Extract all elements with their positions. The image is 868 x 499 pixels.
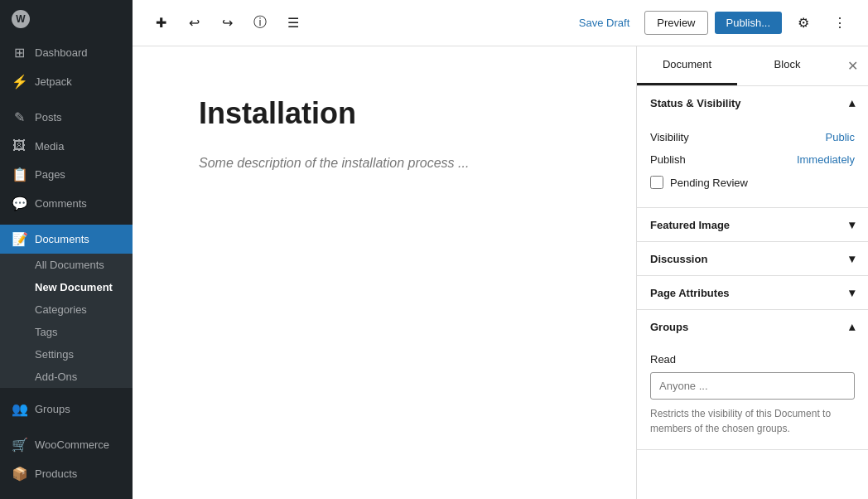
more-options-button[interactable]: ⋮: [825, 8, 855, 38]
sidebar-item-posts[interactable]: ✎ Posts: [0, 103, 133, 132]
sidebar-item-label: Pages: [35, 168, 65, 181]
info-icon: ⓘ: [253, 14, 267, 31]
pending-review-label: Pending Review: [670, 177, 748, 189]
panel-close-button[interactable]: ✕: [837, 46, 868, 85]
groups-label: Groups: [650, 321, 688, 333]
sidebar-item-pages[interactable]: 📋 Pages: [0, 160, 133, 189]
sidebar-item-comments[interactable]: 💬 Comments: [0, 189, 133, 218]
toolbar-right: Save Draft Preview Publish... ⚙ ⋮: [571, 8, 855, 38]
submenu-add-ons[interactable]: Add-Ons: [0, 366, 133, 388]
groups-header[interactable]: Groups: [637, 310, 868, 343]
read-label: Read: [650, 353, 855, 366]
toolbar: ✚ ↩ ↪ ⓘ ☰ Save Draft Preview Publish... …: [133, 0, 868, 46]
submenu-new-document[interactable]: New Document: [0, 276, 133, 298]
list-view-button[interactable]: ☰: [278, 8, 308, 38]
main-area: ✚ ↩ ↪ ⓘ ☰ Save Draft Preview Publish... …: [133, 0, 868, 499]
panel-tabs: Document Block ✕: [637, 46, 868, 86]
status-visibility-header[interactable]: Status & Visibility: [637, 86, 868, 119]
right-panel: Document Block ✕ Status & Visibility Vis…: [636, 46, 868, 499]
comments-icon: 💬: [12, 196, 27, 211]
publish-button[interactable]: Publish...: [715, 12, 782, 34]
groups-content: Read Restricts the visibility of this Do…: [637, 343, 868, 449]
groups-icon: 👥: [12, 401, 27, 417]
sidebar-logo: W: [0, 0, 133, 38]
discussion-header[interactable]: Discussion: [637, 242, 868, 275]
sidebar-item-woocommerce[interactable]: 🛒 WooCommerce: [0, 430, 133, 459]
page-attributes-label: Page Attributes: [650, 287, 730, 299]
sidebar-item-media[interactable]: 🖼 Media: [0, 132, 133, 160]
sidebar-item-label: Products: [35, 468, 77, 480]
featured-image-header[interactable]: Featured Image: [637, 208, 868, 241]
status-visibility-content: Visibility Public Publish Immediately Pe…: [637, 119, 868, 207]
pending-review-row: Pending Review: [650, 171, 855, 194]
visibility-row: Visibility Public: [650, 126, 855, 148]
chevron-up-icon: [849, 96, 855, 109]
sidebar-item-groups[interactable]: 👥 Groups: [0, 395, 133, 424]
featured-image-section: Featured Image: [637, 208, 868, 242]
post-title[interactable]: Installation: [199, 96, 570, 131]
visibility-label: Visibility: [650, 131, 689, 143]
discussion-label: Discussion: [650, 253, 707, 265]
sidebar-item-jetpack[interactable]: ⚡ Jetpack: [0, 67, 133, 96]
sidebar-item-label: Media: [35, 140, 64, 153]
submenu-all-documents[interactable]: All Documents: [0, 254, 133, 276]
visibility-value[interactable]: Public: [826, 131, 855, 143]
tab-document[interactable]: Document: [637, 46, 737, 85]
sidebar-item-label: Groups: [35, 403, 70, 415]
discussion-section: Discussion: [637, 242, 868, 276]
sidebar-item-label: WooCommerce: [35, 438, 109, 451]
chevron-down-icon-3: [849, 286, 855, 299]
status-visibility-label: Status & Visibility: [650, 97, 741, 109]
list-icon: ☰: [287, 15, 299, 31]
close-icon: ✕: [847, 58, 858, 74]
sidebar: W ⊞ Dashboard ⚡ Jetpack ✎ Posts 🖼 Media …: [0, 0, 133, 499]
featured-image-label: Featured Image: [650, 219, 730, 231]
chevron-up-icon-2: [849, 320, 855, 333]
undo-button[interactable]: ↩: [179, 8, 209, 38]
groups-hint: Restricts the visibility of this Documen…: [650, 406, 855, 436]
jetpack-icon: ⚡: [12, 74, 27, 90]
submenu-tags[interactable]: Tags: [0, 321, 133, 343]
pending-review-checkbox[interactable]: [650, 176, 663, 189]
tab-block[interactable]: Block: [737, 46, 837, 85]
chevron-down-icon: [849, 218, 855, 231]
settings-button[interactable]: ⚙: [788, 8, 818, 38]
publish-row: Publish Immediately: [650, 148, 855, 171]
posts-icon: ✎: [12, 109, 27, 125]
page-attributes-header[interactable]: Page Attributes: [637, 276, 868, 309]
editor[interactable]: Installation Some description of the ins…: [133, 46, 636, 499]
pages-icon: 📋: [12, 167, 27, 182]
preview-button[interactable]: Preview: [644, 11, 707, 35]
redo-button[interactable]: ↪: [212, 8, 242, 38]
save-draft-button[interactable]: Save Draft: [571, 12, 638, 34]
content-area: Installation Some description of the ins…: [133, 46, 868, 499]
chevron-down-icon-2: [849, 252, 855, 265]
sidebar-item-label: Documents: [35, 233, 89, 245]
groups-section: Groups Read Restricts the visibility of …: [637, 310, 868, 450]
add-icon: ✚: [156, 15, 166, 31]
submenu-settings[interactable]: Settings: [0, 343, 133, 366]
groups-read-input[interactable]: [650, 372, 855, 400]
sidebar-item-label: Dashboard: [35, 46, 88, 59]
wordpress-icon: W: [12, 10, 30, 28]
publish-value[interactable]: Immediately: [797, 153, 855, 166]
sidebar-item-dashboard[interactable]: ⊞ Dashboard: [0, 38, 133, 67]
submenu-categories[interactable]: Categories: [0, 298, 133, 321]
sidebar-item-appearance[interactable]: 🎨 Appearance: [0, 495, 133, 499]
gear-icon: ⚙: [798, 15, 809, 31]
ellipsis-icon: ⋮: [833, 15, 846, 31]
dashboard-icon: ⊞: [12, 45, 27, 61]
sidebar-item-products[interactable]: 📦 Products: [0, 459, 133, 488]
woocommerce-icon: 🛒: [12, 437, 27, 453]
page-attributes-section: Page Attributes: [637, 276, 868, 310]
products-icon: 📦: [12, 466, 27, 482]
undo-icon: ↩: [189, 15, 200, 31]
add-block-button[interactable]: ✚: [146, 8, 176, 38]
documents-icon: 📝: [12, 231, 27, 247]
documents-submenu: All Documents New Document Categories Ta…: [0, 254, 133, 388]
editor-body[interactable]: Some description of the installation pro…: [199, 156, 570, 171]
info-button[interactable]: ⓘ: [245, 8, 275, 38]
sidebar-item-documents[interactable]: 📝 Documents: [0, 225, 133, 254]
media-icon: 🖼: [12, 138, 27, 153]
redo-icon: ↪: [222, 15, 233, 31]
